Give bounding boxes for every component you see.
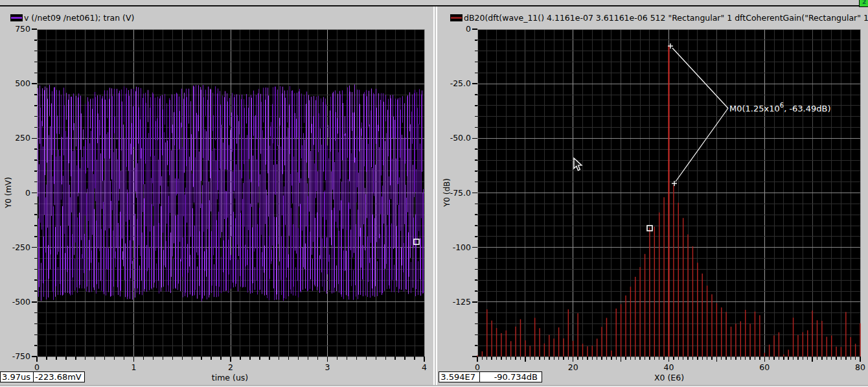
spectrum-xtick-labels: 020406080 [475, 362, 865, 372]
spectrum-xtick-label: 60 [759, 362, 770, 372]
transient-ytick-label: 0 [25, 188, 30, 198]
transient-xtick-label: 2 [228, 362, 233, 372]
corner-badge-glyph: 2 [862, 0, 866, 5]
transient-ytick-label: -750 [12, 351, 30, 361]
spectrum-ytick-label: -50.0 [450, 133, 471, 143]
spectrum-xtick-label: 40 [664, 362, 674, 372]
spectrum-ytick-labels: 0-25.0-50.0-75.0-100-125 [450, 24, 471, 307]
spectrum-status-row: 3.594E7 -90.734dB [439, 371, 542, 382]
spectrum-xtick-label: 0 [475, 362, 480, 372]
transient-status-row: 3.97us -223.68mV [0, 371, 85, 382]
status-y-readout: -223.68mV [34, 371, 85, 382]
status-x-readout: 3.594E7 [439, 371, 480, 382]
spectrum-ytick-label: -75.0 [450, 188, 471, 198]
spectrum-xtick-label: 20 [568, 362, 578, 372]
pane-divider-grip [436, 6, 437, 387]
spectrum-xtick-label: 80 [855, 362, 865, 372]
transient-xtick-label: 3 [325, 362, 330, 372]
transient-ytick-label: -500 [12, 297, 30, 307]
spectrum-ytick-label: -25.0 [450, 78, 471, 88]
corner-badge[interactable]: 2 [859, 0, 868, 7]
spectrum-ytick-label: -125 [453, 297, 471, 307]
pane-divider-grip [433, 6, 435, 387]
transient-ytick-label: 750 [15, 24, 30, 34]
pane-divider[interactable] [433, 6, 439, 387]
status-y-readout: -90.734dB [480, 371, 542, 382]
transient-xtick-label: 1 [131, 362, 137, 372]
transient-ytick-label: -250 [12, 242, 30, 252]
transient-xtick-label: 4 [422, 362, 427, 372]
transient-ytick-label: 500 [15, 78, 30, 88]
spectrum-ytick-label: -100 [453, 242, 471, 252]
status-x-readout: 3.97us [0, 371, 34, 382]
transient-xtick-labels: 01234 [34, 362, 427, 372]
transient-panel: v (/net09 /net061); tran (V) Y0 (mV) tim… [0, 6, 433, 387]
transient-plot-canvas[interactable]: 7505002500-250-500-75001234 [0, 6, 433, 387]
spectrum-plot-canvas[interactable]: 0-25.0-50.0-75.0-100-125020406080M0(1.25… [439, 6, 868, 387]
transient-ytick-labels: 7505002500-250-500-750 [12, 24, 30, 361]
transient-xtick-label: 0 [34, 362, 40, 372]
spectrum-panel: dB20(dft(wave_11() 4.1161e-07 3.61161e-0… [439, 6, 868, 387]
waveform-viewer-window: { "window": { "background": "#c9c9c9", "… [0, 0, 868, 387]
spectrum-ytick-label: 0 [466, 24, 471, 34]
transient-ytick-label: 250 [15, 133, 30, 143]
